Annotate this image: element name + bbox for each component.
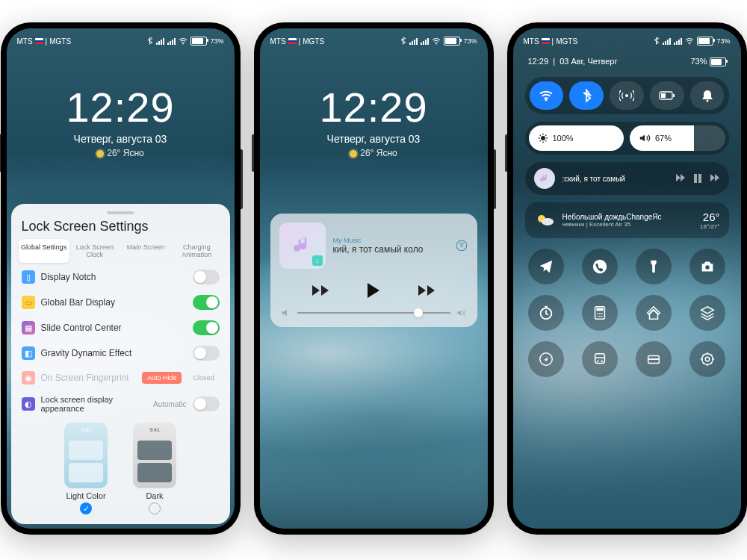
tile-timer[interactable] [528,295,564,331]
row-appearance-label: Lock screen display appearance [41,395,148,413]
tile-wallet[interactable] [636,341,672,377]
wifi-icon [179,37,187,45]
dnd-toggle[interactable] [690,81,725,110]
weather-icon [534,210,555,231]
battery-pct: 73% [463,37,477,45]
wifi-icon [432,37,441,45]
radio-dark[interactable] [149,503,161,514]
cc-next-icon[interactable] [710,173,720,182]
theme-dark[interactable]: Dark [133,423,176,514]
tile-layers[interactable] [689,295,725,331]
svg-point-3 [461,246,462,248]
tile-telegram[interactable] [528,249,564,284]
toggle-appearance[interactable] [193,396,220,411]
progress-slider[interactable] [297,312,450,314]
svg-rect-12 [694,174,697,183]
music-widget: ↓ My Music кий, я тот самый коло [270,214,477,327]
svg-point-15 [542,218,554,225]
album-art[interactable]: ↓ [279,223,326,269]
hotspot-toggle[interactable] [610,81,644,110]
svg-point-5 [545,99,548,102]
svg-rect-20 [597,308,604,311]
flag-icon [288,38,297,44]
tab-charging[interactable]: Charging Animation [171,239,222,263]
tab-global[interactable]: Global Settings [19,239,69,263]
bluetooth-toggle[interactable] [569,81,604,110]
tile-settings[interactable] [689,341,725,377]
wifi-toggle[interactable] [530,81,564,110]
globalbar-icon: ▭ [22,296,35,309]
svg-point-1 [436,43,438,45]
notch-icon: ▯ [22,270,35,284]
svg-rect-13 [698,174,701,183]
signal-icon-2 [421,37,429,45]
cc-prev-icon[interactable] [675,173,686,182]
tile-transport[interactable] [582,341,618,377]
svg-point-21 [597,313,598,314]
volume-slider[interactable]: 67% [630,125,725,151]
toggle-gravity[interactable] [193,346,220,361]
row-slide-label: Slide Control Center [41,323,187,333]
row-fingerprint-label: On Screen Fingerprint [41,373,136,383]
settings-sheet: Lock Screen Settings Global Settings Loc… [11,204,230,524]
slide-icon: ▦ [22,321,35,335]
appearance-value: Automatic [153,400,186,408]
theme-light[interactable]: Light Color ✓ [64,423,108,514]
tab-lockclock[interactable]: Lock Screen Clock [69,239,120,263]
svg-point-6 [625,94,628,97]
toggle-globalbar[interactable] [193,295,220,310]
svg-rect-32 [648,358,660,360]
tab-main[interactable]: Main Screen [120,239,171,263]
lock-weather: 26° Ясно [107,148,143,158]
cc-weather-card[interactable]: Небольшой дождьChangeЯс невники | Excell… [525,202,729,238]
battery-pct: 73% [210,37,223,45]
lock-weather: 26° Ясно [360,148,397,158]
play-button[interactable] [364,281,383,300]
cast-icon[interactable] [455,239,468,252]
svg-point-34 [705,357,710,361]
brightness-slider[interactable]: 100% [529,125,624,151]
tile-flashlight[interactable] [636,249,672,284]
tile-home[interactable] [636,295,672,331]
carrier2-label: MGTS [303,37,324,46]
radio-light[interactable]: ✓ [80,503,92,514]
carrier2-label: MGTS [556,37,577,46]
cc-music-row[interactable]: :ский, я тот самый [525,162,729,195]
flag-icon [542,38,550,44]
svg-point-26 [601,316,603,317]
battery-pct: 73% [716,37,730,45]
tile-calculator[interactable] [582,295,618,331]
badge-closed: Closed [187,372,219,384]
lock-clock: 12:29 [260,87,488,128]
music-title: кий, я тот самый коло [333,244,447,255]
battery-icon [444,37,460,46]
sheet-grabber[interactable] [107,211,134,214]
next-button[interactable] [417,281,436,300]
toggle-notch[interactable] [193,270,220,284]
phone-mockup-music: MTS|MGTS 73% 12:29 Четверг, августа 03 2… [254,22,494,535]
lock-date: Четверг, августа 03 [7,133,235,145]
badge-autohide[interactable]: Auto Hide [142,372,182,384]
svg-point-16 [593,260,607,273]
tile-phone[interactable] [582,249,618,284]
battery-saver-toggle[interactable] [650,81,684,110]
battery-icon [697,37,713,46]
theme-dark-label: Dark [133,491,176,500]
cc-battery: 73% [690,57,707,66]
sun-icon [350,150,357,158]
cc-pause-icon[interactable] [693,173,702,184]
prev-button[interactable] [311,281,330,300]
svg-point-30 [601,361,603,362]
svg-point-29 [597,361,598,362]
explicit-badge: ↓ [312,255,323,266]
svg-point-22 [599,313,601,314]
toggle-slide[interactable] [193,320,220,335]
tile-compass[interactable] [528,341,564,377]
tile-camera[interactable] [689,249,725,284]
weather-range: 18°/27° [700,223,719,230]
lock-clock: 12:29 [7,87,235,128]
appearance-icon: ◐ [22,397,35,411]
gravity-icon: ◧ [22,346,35,360]
carrier-label: MTS [524,37,539,46]
weather-temp: 26° [700,211,719,223]
